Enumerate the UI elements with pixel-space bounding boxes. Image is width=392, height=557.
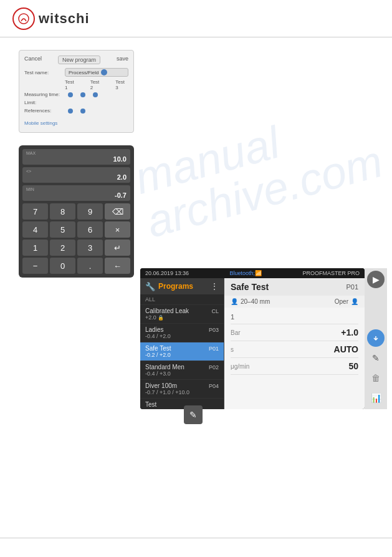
numpad-btn-4[interactable]: 4 [22,221,48,238]
device-datetime: 20.06.2019 13:36 [145,270,189,276]
device-model: PROOFMASTER PRO [302,270,360,276]
numpad-btn-multiply[interactable]: × [105,221,130,238]
dot3 [93,92,98,97]
cancel-label[interactable]: Cancel [24,56,42,64]
program-item-diver-100m[interactable]: Diver 100m P04 -0.7 / +1.0 / +10.0 [140,380,224,399]
test-name-row: Test name: Process/Field [24,68,128,77]
numpad-btn-2[interactable]: 2 [50,240,75,256]
program-card-header: Cancel New program save [24,56,128,64]
bluetooth-icon: Bluetooth;📶 [230,270,262,276]
programs-title: Programs [158,282,193,291]
numpad-btn-left[interactable]: ← [105,258,130,274]
numpad-current-box: <> 2.0 [22,167,130,183]
numpad-card: MAX 10.0 <> 2.0 MIN -0.7 7 8 9 ⌫ 4 5 6 × [19,145,134,278]
operator-person-icon: 👤 [351,298,358,305]
programs-list: ALL Calibrated Leak CL +2.0 🔒 [140,294,224,409]
numpad-min-label: MIN [26,187,127,191]
numpad-grid: 7 8 9 ⌫ 4 5 6 × 1 2 3 ↵ − 0 . ← [22,203,130,274]
numpad-btn-1[interactable]: 1 [22,240,48,256]
program-footer: Mobile settings [24,116,128,127]
numpad-btn-0[interactable]: 0 [50,258,75,274]
programs-header: 🔧 Programs ⋮ [140,278,224,294]
operator-label: Oper [335,298,348,305]
dot1 [68,92,73,97]
programs-header-left: 🔧 Programs [145,282,193,291]
references-label: References: [24,108,65,114]
numpad-current-value: 2.0 [117,173,127,181]
ref-dot2 [80,109,85,114]
numpad-btn-9[interactable]: 9 [77,203,103,220]
logo-text: witschi [39,11,90,27]
test-icon[interactable]: ✎ [184,405,203,424]
new-program-label[interactable]: New program [58,56,100,64]
detail-title: Safe Test [231,282,269,292]
dot2 [80,92,85,97]
measuring-time-dots [65,92,98,97]
bar-value: +1.0 [341,327,358,337]
test-name-dot [101,69,107,75]
logo: witschi [12,7,90,30]
references-row: References: [24,108,128,114]
numpad-btn-minus[interactable]: − [22,258,48,274]
detail-code: P01 [346,283,358,291]
numpad-max-value: 10.0 [113,155,127,163]
s-unit: s [231,346,234,353]
device-container: 20.06.2019 13:36 Bluetooth;📶 PROOFMASTER… [140,268,387,409]
delete-button[interactable]: 🗑 [367,369,385,387]
programs-menu-icon[interactable]: ⋮ [210,281,219,291]
s-value: AUTO [334,344,358,354]
numpad-btn-5[interactable]: 5 [50,221,75,238]
size-range: 20–40 mm [241,298,270,305]
numpad-btn-3[interactable]: 3 [77,240,103,256]
edit-button[interactable]: ✎ [367,349,385,367]
device-date: 20.06.2019 13:36 [145,270,189,276]
bar-unit: Bar [231,329,241,336]
detail-row-ugmin: μg/min 50 [231,358,358,375]
program-item-calibrated-leak[interactable]: Calibrated Leak CL +2.0 🔒 [140,305,224,324]
program-item-standard-men[interactable]: Standard Men P02 -0.4 / +3.0 [140,361,224,380]
test3-col: Test 3 [115,79,128,90]
test-name-label: Test name: [24,70,65,75]
references-dots [65,109,85,114]
numpad-btn-enter[interactable]: ↵ [105,240,130,256]
numpad-display: MAX 10.0 [22,149,130,165]
footer-line [0,538,392,538]
side-toolbar: ▶ ✎ 🗑 📊 [365,268,387,409]
numpad-min-box: MIN -0.7 [22,185,130,201]
limit-label: Limit: [24,100,65,105]
prog-name-calibrated-leak: Calibrated Leak CL [145,308,219,314]
test-icon-container: ✎ [184,405,203,424]
program-setup-card: Cancel New program save Test name: Proce… [19,50,134,133]
numpad-btn-dot[interactable]: . [77,258,103,274]
wrench-icon: 🔧 [145,282,155,291]
detail-subtitle: 👤 20–40 mm Oper 👤 [224,296,365,308]
numpad-btn-8[interactable]: 8 [50,203,75,220]
measuring-time-row: Measuring time: [24,92,128,97]
numpad-min-display: MIN -0.7 [22,185,130,201]
detail-rows: 1 Bar +1.0 s AUTO μg/min 50 [224,308,365,409]
main-content: Cancel New program save Test name: Proce… [0,37,392,303]
mobile-settings-link[interactable]: Mobile settings [24,120,57,126]
program-item-test[interactable]: Test [140,399,224,409]
play-button[interactable]: ▶ [367,271,385,288]
blue-action-button[interactable] [367,329,385,347]
stats-button[interactable]: 📊 [367,389,385,407]
test2-col: Test 2 [90,79,103,90]
numpad-btn-6[interactable]: 6 [77,221,103,238]
detail-header: Safe Test P01 [224,278,365,296]
program-item-safe-test[interactable]: Safe Test P01 -0.2 / +2.0 [140,342,224,361]
logo-circle [12,7,35,30]
detail-row-bar: Bar +1.0 [231,324,358,341]
person-icon: 👤 [231,298,238,305]
action-icon [371,334,380,342]
save-label[interactable]: save [117,56,128,64]
ugmin-unit: μg/min [231,363,249,370]
test-columns: Test 1 Test 2 Test 3 [24,79,128,90]
numpad-btn-7[interactable]: 7 [22,203,48,220]
device-topbar: 20.06.2019 13:36 Bluetooth;📶 PROOFMASTER… [140,268,365,278]
numpad-btn-backspace[interactable]: ⌫ [105,203,130,220]
step-num: 1 [231,313,234,321]
device-main: 🔧 Programs ⋮ ALL Calibrated Leak CL [140,278,365,409]
program-item-ladies[interactable]: Ladies P03 -0.4 / +2.0 [140,324,224,342]
test-name-field[interactable]: Process/Field [65,68,128,77]
